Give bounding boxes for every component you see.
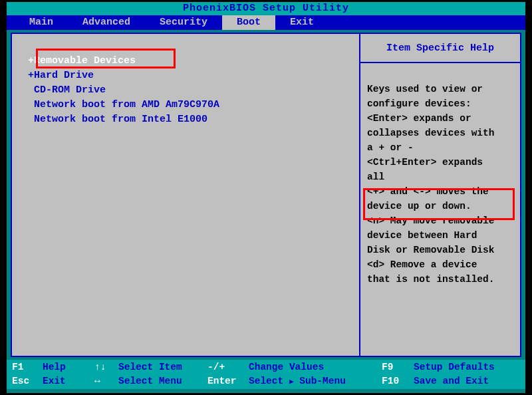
menu-boot[interactable]: Boot	[222, 15, 275, 30]
arrows-leftright-icon: ↔	[94, 374, 118, 389]
key-plusminus: -/+	[207, 360, 249, 374]
help-line: configure devices:	[367, 96, 516, 111]
help-line: all	[367, 170, 516, 184]
help-line: device between Hard	[367, 228, 516, 243]
label-select-submenu: Select ▶ Sub-Menu	[249, 374, 382, 389]
label-select-item: Select Item	[118, 360, 207, 374]
boot-item-cdrom[interactable]: CD-ROM Drive	[28, 83, 355, 98]
help-line: Keys used to view or	[367, 82, 516, 96]
legend-row-2: Esc Exit ↔ Select Menu Enter Select ▶ Su…	[12, 374, 525, 389]
help-line: <n> May move removable	[367, 213, 516, 228]
title-bar: PhoenixBIOS Setup Utility	[7, 2, 525, 15]
help-line: <+> and <-> moves the	[367, 184, 516, 199]
arrows-updown-icon: ↑↓	[94, 360, 118, 374]
boot-item-removable-devices[interactable]: +Removable Devices	[28, 54, 355, 68]
help-line: <Ctrl+Enter> expands	[367, 155, 516, 170]
help-body: Keys used to view or configure devices: …	[360, 63, 520, 356]
help-line: <d> Remove a device	[367, 257, 516, 272]
label-change-values: Change Values	[249, 360, 382, 374]
help-line: device up or down.	[367, 199, 516, 213]
triangle-right-icon: ▶	[289, 378, 294, 386]
boot-item-net-intel[interactable]: Network boot from Intel E1000	[28, 112, 355, 127]
label-save-exit: Save and Exit	[414, 374, 489, 389]
label-exit: Exit	[43, 374, 94, 389]
key-enter: Enter	[207, 374, 249, 389]
work-area: +Removable Devices +Hard Drive CD-ROM Dr…	[11, 33, 521, 357]
key-f9: F9	[382, 360, 414, 374]
key-f1: F1	[12, 360, 43, 374]
key-legend: F1 Help ↑↓ Select Item -/+ Change Values…	[7, 360, 525, 389]
boot-item-hard-drive[interactable]: +Hard Drive	[28, 68, 355, 83]
help-line: <Enter> expands or	[367, 111, 516, 126]
menu-security[interactable]: Security	[145, 15, 222, 30]
legend-row-1: F1 Help ↑↓ Select Item -/+ Change Values…	[12, 360, 525, 374]
label-setup-defaults: Setup Defaults	[414, 360, 495, 374]
label-help: Help	[43, 360, 94, 374]
help-pane: Item Specific Help Keys used to view or …	[359, 34, 520, 356]
help-line: collapses devices with	[367, 126, 516, 140]
help-line: Disk or Removable Disk	[367, 243, 516, 257]
help-line: that is not installed.	[367, 272, 516, 287]
boot-order-pane: +Removable Devices +Hard Drive CD-ROM Dr…	[12, 34, 359, 356]
boot-item-net-amd[interactable]: Network boot from AMD Am79C970A	[28, 98, 355, 112]
help-line: a + or -	[367, 140, 516, 155]
menu-bar: Main Advanced Security Boot Exit	[7, 15, 525, 30]
key-f10: F10	[382, 374, 414, 389]
menu-exit[interactable]: Exit	[275, 15, 329, 30]
key-esc: Esc	[12, 374, 43, 389]
bios-screen: PhoenixBIOS Setup Utility Main Advanced …	[7, 2, 525, 393]
menu-advanced[interactable]: Advanced	[68, 15, 145, 30]
label-select-menu: Select Menu	[118, 374, 207, 389]
menu-main[interactable]: Main	[15, 15, 68, 30]
help-title: Item Specific Help	[360, 34, 520, 63]
